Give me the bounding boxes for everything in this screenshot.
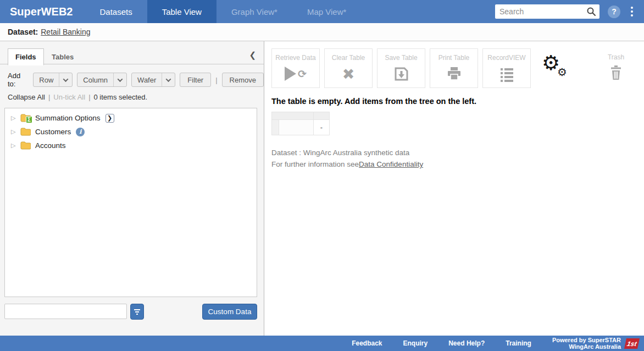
tree-filter-button[interactable]: [130, 304, 144, 320]
folder-icon: [20, 141, 31, 150]
tree-item-summation-options[interactable]: ▷ Σ Summation Options ❯: [5, 111, 257, 125]
footer-bar: Feedback Enquiry Need Help? Training Pow…: [0, 336, 644, 351]
printer-icon: [447, 67, 462, 81]
folder-icon: [20, 128, 31, 136]
dataset-label: Dataset:: [8, 28, 38, 36]
save-table-button[interactable]: Save Table: [377, 48, 425, 88]
add-to-label: Add to:: [8, 72, 27, 88]
trash-can-icon: [610, 65, 622, 80]
superstar-1st-logo: 1st: [624, 338, 640, 349]
help-icon[interactable]: ?: [608, 6, 620, 18]
chevron-down-icon[interactable]: [162, 73, 175, 86]
app-logo: SuperWEB2: [0, 0, 85, 23]
custom-data-button[interactable]: Custom Data: [202, 304, 257, 320]
further-info-text: For further information seeData Confiden…: [271, 160, 423, 168]
refresh-icon: ⟳: [298, 69, 307, 79]
footer-link-feedback[interactable]: Feedback: [352, 339, 382, 347]
fields-panel: Fields Tables ❮ Add to: Row Column Wafer…: [0, 41, 264, 336]
tree-search-input[interactable]: [4, 304, 127, 319]
wafer-dropdown[interactable]: Wafer: [131, 73, 175, 87]
tree-item-customers[interactable]: ▷ Customers i: [5, 125, 257, 139]
expander-icon[interactable]: ▷: [11, 114, 16, 122]
empty-table-message: The table is empty. Add items from the t…: [271, 97, 476, 106]
chevron-down-icon[interactable]: [59, 73, 72, 86]
header-right-controls: ?: [495, 0, 644, 23]
untick-all-link[interactable]: Un-tick All: [53, 93, 85, 101]
info-icon[interactable]: i: [76, 128, 85, 136]
nav-item-datasets[interactable]: Datasets: [85, 0, 147, 23]
kebab-menu-icon[interactable]: [629, 4, 635, 19]
panel-tabs: Fields Tables ❮: [0, 48, 264, 64]
summation-folder-icon: Σ: [20, 114, 31, 122]
retrieve-data-button[interactable]: Retrieve Data ⟳: [271, 48, 320, 88]
table-header-cell: [314, 112, 330, 120]
tree-item-accounts[interactable]: ▷ Accounts: [5, 139, 257, 152]
superweb2-app: SuperWEB2 Datasets Table View Graph View…: [0, 0, 644, 351]
nav-item-graph-view[interactable]: Graph View*: [216, 0, 292, 23]
items-selected-count: 0 items selected.: [94, 93, 148, 101]
x-icon: ✖: [342, 67, 355, 81]
table-options-button[interactable]: ⚙ ⚙: [535, 48, 571, 88]
expander-icon[interactable]: ▷: [11, 142, 16, 149]
table-header-cell: [272, 112, 314, 120]
button-separator: |: [215, 76, 217, 84]
expand-options-icon[interactable]: ❯: [106, 114, 114, 123]
tree-item-label[interactable]: Summation Options: [35, 114, 101, 122]
list-icon: [501, 68, 513, 82]
save-icon: [394, 67, 409, 81]
tree-item-label[interactable]: Customers: [35, 128, 71, 136]
top-nav-bar: SuperWEB2 Datasets Table View Graph View…: [0, 0, 644, 23]
table-view-panel: Retrieve Data ⟳ Clear Table ✖ Save Table…: [265, 41, 644, 336]
filter-funnel-icon: [134, 309, 140, 315]
search-box: [495, 4, 599, 19]
row-dropdown[interactable]: Row: [33, 73, 73, 87]
recordview-button[interactable]: RecordVIEW: [482, 48, 531, 88]
chevron-down-icon[interactable]: [113, 73, 126, 86]
play-icon: [285, 67, 296, 81]
sigma-icon: Σ: [26, 116, 32, 123]
data-confidentiality-link[interactable]: Data Confidentiality: [359, 160, 423, 168]
gear-small-icon: ⚙: [557, 67, 567, 78]
tree-action-links: Collapse All | Un-tick All | 0 items sel…: [8, 93, 147, 101]
footer-link-training[interactable]: Training: [506, 339, 531, 347]
search-icon[interactable]: [586, 7, 596, 17]
field-tree: ▷ Σ Summation Options ❯ ▷ Customers i ▷: [4, 108, 257, 297]
add-to-toolbar: Add to: Row Column Wafer Filter | Remove: [8, 72, 264, 88]
table-stub-cell: [272, 120, 279, 135]
dataset-name-link[interactable]: Retail Banking: [41, 28, 90, 36]
nav-item-table-view[interactable]: Table View: [147, 0, 216, 23]
dataset-bar: Dataset: Retail Banking: [0, 23, 644, 41]
nav-item-map-view[interactable]: Map View*: [292, 0, 361, 23]
remove-button[interactable]: Remove: [222, 73, 264, 87]
print-table-button[interactable]: Print Table: [430, 48, 478, 88]
table-blank-cell: [279, 120, 314, 135]
filter-button[interactable]: Filter: [180, 73, 211, 87]
table-value-cell: -: [314, 120, 330, 135]
tree-item-label[interactable]: Accounts: [35, 141, 66, 150]
trash-button[interactable]: Trash: [597, 48, 635, 88]
footer-link-enquiry[interactable]: Enquiry: [403, 339, 428, 347]
clear-table-button[interactable]: Clear Table ✖: [324, 48, 373, 88]
table-toolbar: Retrieve Data ⟳ Clear Table ✖ Save Table…: [271, 48, 635, 88]
tab-fields[interactable]: Fields: [8, 48, 44, 65]
expander-icon[interactable]: ▷: [11, 128, 16, 135]
column-dropdown[interactable]: Column: [77, 73, 127, 87]
empty-table-placeholder: -: [271, 112, 330, 135]
search-input[interactable]: [499, 7, 586, 16]
tab-tables[interactable]: Tables: [46, 49, 81, 65]
powered-by-text: Powered by SuperSTAR WingArc Australia: [552, 337, 621, 350]
play-refresh-icon: ⟳: [285, 67, 307, 81]
footer-link-need-help[interactable]: Need Help?: [448, 339, 485, 347]
dataset-info-text: Dataset : WingArc Australia synthetic da…: [271, 149, 409, 157]
main-nav: Datasets Table View Graph View* Map View…: [85, 0, 361, 23]
collapse-panel-icon[interactable]: ❮: [249, 50, 256, 60]
collapse-all-link[interactable]: Collapse All: [8, 93, 45, 101]
